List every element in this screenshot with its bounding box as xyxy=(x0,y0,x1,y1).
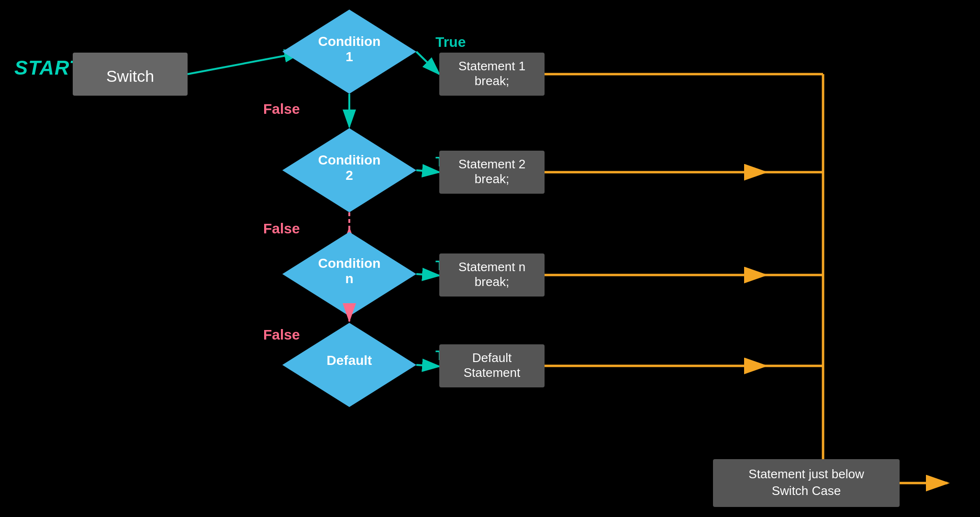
stmt1-line2: break; xyxy=(475,74,509,88)
stmtn-line2: break; xyxy=(475,275,509,289)
false-label-2: False xyxy=(263,220,300,236)
arrow-default-stmtd xyxy=(416,365,439,366)
cond1-label2: 1 xyxy=(345,49,353,64)
true-label-1: True xyxy=(435,34,466,50)
stmtd-line2: Statement xyxy=(464,365,521,380)
arrow-switch-cond1 xyxy=(188,53,301,74)
arrow-cond1-stmt1 xyxy=(416,52,439,74)
false-label-1: False xyxy=(263,101,300,117)
below-line1: Statement just below xyxy=(748,467,864,481)
condn-label: Condition xyxy=(318,256,381,271)
default-label: Default xyxy=(327,353,372,368)
cond2-label2: 2 xyxy=(345,168,353,183)
stmt2-line1: Statement 2 xyxy=(458,157,525,171)
stmtd-line1: Default xyxy=(472,351,512,365)
cond1-label: Condition xyxy=(318,34,381,49)
arrow-cond2-stmt2 xyxy=(416,170,439,172)
stmt1-line1: Statement 1 xyxy=(458,59,525,73)
below-box xyxy=(713,459,900,507)
stmt2-line2: break; xyxy=(475,172,509,186)
condn-label2: n xyxy=(345,271,353,286)
below-line2: Switch Case xyxy=(772,484,841,498)
cond2-label: Condition xyxy=(318,153,381,167)
switch-label: Switch xyxy=(106,67,154,85)
false-label-n: False xyxy=(263,327,300,342)
arrow-condn-stmtn xyxy=(416,274,439,275)
stmtn-line1: Statement n xyxy=(458,260,525,274)
